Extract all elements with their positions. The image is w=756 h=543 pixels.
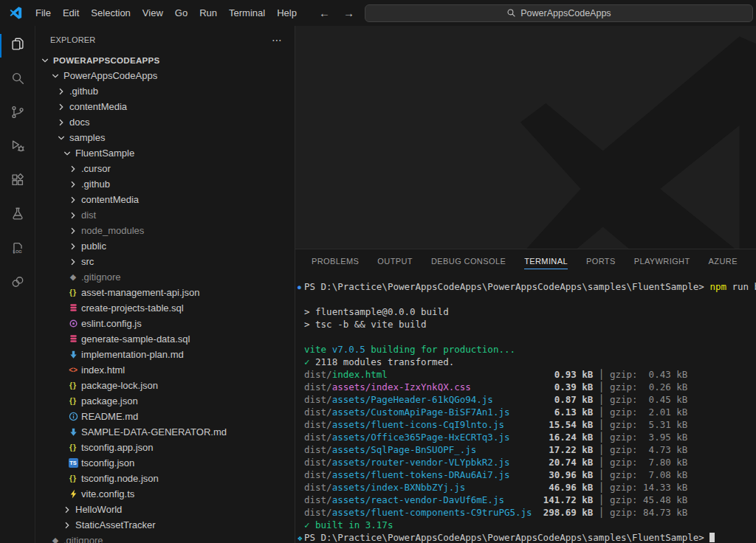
activity-item-search[interactable]: [0, 63, 35, 97]
tree-item[interactable]: eslint.config.js: [35, 316, 295, 331]
tree-item-label: public: [81, 241, 106, 252]
chevron-right-icon: [61, 504, 73, 516]
menu-terminal[interactable]: Terminal: [223, 5, 271, 21]
panel-tab-output[interactable]: OUTPUT: [377, 252, 413, 271]
tree-item[interactable]: FluentSample: [35, 145, 295, 161]
terminal-line: [298, 331, 756, 343]
terminal-line: dist/assets/Office365Page-HxECRTq3.js 16…: [298, 431, 756, 443]
tree-item[interactable]: contentMedia: [35, 99, 295, 114]
menu-selection[interactable]: Selection: [85, 5, 136, 21]
activity-item-explorer[interactable]: [0, 29, 35, 63]
back-arrow-icon[interactable]: ←: [319, 7, 330, 19]
tree-item-label: .github: [81, 179, 110, 190]
terminal[interactable]: ●PS D:\Practice\PowerAppsCodeApps\PowerA…: [295, 272, 756, 543]
menu-go[interactable]: Go: [169, 5, 193, 21]
terminal-cursor: [709, 533, 715, 542]
terminal-line: ✓ built in 3.17s: [298, 519, 756, 531]
chevron-right-icon: [55, 117, 67, 128]
activity-item-testing[interactable]: [0, 198, 35, 232]
shell-prompt-icon: ❖: [298, 532, 304, 543]
tree-item[interactable]: .github: [35, 176, 295, 192]
eslint-icon: [67, 318, 79, 330]
panel-tab-problems[interactable]: PROBLEMS: [312, 252, 359, 271]
tree-item[interactable]: ◆.gitignore: [35, 269, 295, 285]
menu-view[interactable]: View: [137, 5, 169, 21]
command-center-search[interactable]: PowerAppsCodeApps: [365, 4, 753, 22]
activity-item-output-log[interactable]: LOG: [0, 232, 35, 266]
tree-item[interactable]: {}package.json: [35, 393, 295, 409]
tree-item-label: tsconfig.node.json: [81, 473, 159, 484]
tree-item[interactable]: .cursor: [35, 161, 295, 176]
tree-item-label: samples: [69, 132, 105, 143]
tree-item-label: .github: [69, 86, 98, 97]
menu-run[interactable]: Run: [193, 5, 223, 21]
panel-tab-terminal[interactable]: TERMINAL: [524, 252, 568, 271]
tree-item[interactable]: src: [35, 254, 295, 269]
tree-item[interactable]: SAMPLE-DATA-GENERATOR.md: [35, 424, 295, 440]
tree-item[interactable]: create-projects-table.sql: [35, 300, 295, 316]
panel-tab-ports[interactable]: PORTS: [586, 252, 616, 271]
forward-arrow-icon[interactable]: →: [343, 7, 354, 19]
tree-item-label: src: [81, 256, 94, 267]
file-tree: POWERAPPSCODEAPPSPowerAppsCodeApps.githu…: [35, 52, 295, 543]
explorer-sidebar: EXPLORER ⋯ POWERAPPSCODEAPPSPowerAppsCod…: [35, 26, 295, 543]
extensions-icon: [10, 172, 26, 191]
tree-item[interactable]: ◆.gitignore: [35, 533, 295, 543]
terminal-line: > tsc -b && vite build: [298, 318, 756, 331]
tree-item-label: tsconfig.json: [81, 457, 134, 468]
chevron-down-icon: [61, 148, 73, 159]
tree-item[interactable]: StaticAssetTracker: [35, 517, 295, 533]
menu-help[interactable]: Help: [271, 5, 303, 21]
sql-icon: [67, 302, 79, 314]
tree-item[interactable]: POWERAPPSCODEAPPS: [35, 52, 295, 68]
tree-item[interactable]: dist: [35, 207, 295, 223]
tree-item[interactable]: PowerAppsCodeApps: [35, 68, 295, 83]
vscode-watermark-icon: [511, 30, 756, 249]
tree-item[interactable]: generate-sample-data.sql: [35, 331, 295, 347]
tree-item[interactable]: implementation-plan.md: [35, 347, 295, 362]
tree-item[interactable]: HelloWorld: [35, 502, 295, 517]
terminal-line: dist/assets/react-vendor-DavUf6mE.js 141…: [298, 494, 756, 506]
tree-item[interactable]: {}package-lock.json: [35, 378, 295, 393]
chevron-down-icon: [39, 55, 51, 66]
tree-item[interactable]: {}tsconfig.app.json: [35, 440, 295, 455]
tree-item[interactable]: samples: [35, 130, 295, 145]
search-icon: [506, 8, 516, 18]
tree-item[interactable]: contentMedia: [35, 192, 295, 207]
activity-item-run-debug[interactable]: [0, 131, 35, 165]
tree-item[interactable]: public: [35, 238, 295, 254]
markdown-icon: [67, 426, 79, 438]
panel-tab-azure[interactable]: AZURE: [709, 252, 738, 271]
tree-item[interactable]: <>index.html: [35, 362, 295, 378]
tree-item-label: FluentSample: [75, 148, 134, 159]
menu-edit[interactable]: Edit: [57, 5, 85, 21]
tree-item[interactable]: node_modules: [35, 223, 295, 238]
tree-item[interactable]: TStsconfig.json: [35, 455, 295, 471]
git-icon: ◆: [67, 272, 79, 283]
json-icon: {}: [67, 287, 79, 299]
tree-item-label: create-projects-table.sql: [81, 302, 184, 314]
chevron-right-icon: [61, 519, 73, 531]
loops-icon: [10, 274, 26, 293]
terminal-line: dist/assets/fluent-components-C9truPG5.j…: [298, 506, 756, 519]
activity-item-loops[interactable]: [0, 266, 35, 300]
activity-item-extensions[interactable]: [0, 165, 35, 198]
tree-item[interactable]: {}tsconfig.node.json: [35, 471, 295, 486]
tree-item[interactable]: {}asset-management-api.json: [35, 285, 295, 300]
menu-file[interactable]: File: [30, 5, 57, 21]
more-actions-icon[interactable]: ⋯: [272, 34, 283, 46]
svg-text:LOG: LOG: [13, 249, 22, 254]
terminal-line: dist/assets/index-IzxYnkQX.css 0.39 kB │…: [298, 381, 756, 393]
chevron-right-icon: [67, 225, 79, 237]
search-icon: [10, 70, 26, 89]
tree-item-label: .cursor: [81, 163, 111, 174]
tree-item[interactable]: README.md: [35, 409, 295, 424]
activity-item-source-control[interactable]: [0, 97, 35, 131]
editor-area[interactable]: [295, 26, 756, 249]
panel-tab-playwright[interactable]: PLAYWRIGHT: [634, 252, 690, 271]
tree-item-label: POWERAPPSCODEAPPS: [53, 56, 159, 65]
tree-item[interactable]: .github: [35, 83, 295, 99]
tree-item[interactable]: docs: [35, 114, 295, 130]
tree-item[interactable]: vite.config.ts: [35, 486, 295, 502]
panel-tab-debug-console[interactable]: DEBUG CONSOLE: [431, 252, 506, 271]
